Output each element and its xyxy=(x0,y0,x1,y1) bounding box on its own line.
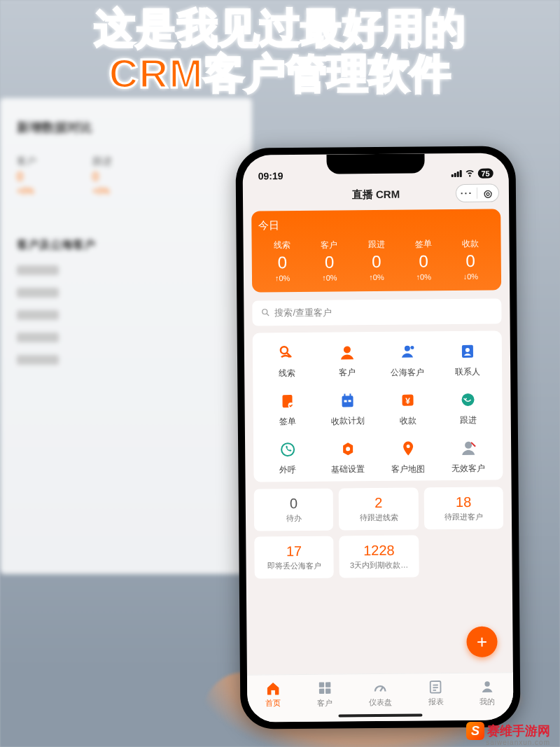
stats-col[interactable]: 签单0↑0% xyxy=(400,238,447,281)
search-icon xyxy=(260,307,270,319)
stats-value: 0 xyxy=(400,251,447,272)
app-payment[interactable]: ¥收款 xyxy=(377,389,438,427)
signal-icon xyxy=(451,170,461,177)
tile-value: 0 xyxy=(290,496,298,512)
app-label: 收款计划 xyxy=(331,415,365,427)
stats-col[interactable]: 收款0↓0% xyxy=(447,238,494,281)
app-plan[interactable]: 收款计划 xyxy=(317,390,377,428)
contract-icon xyxy=(276,391,298,412)
tab-label: 客户 xyxy=(317,698,332,708)
svg-rect-14 xyxy=(349,400,351,402)
summary-tile[interactable]: 17即将丢公海客户 xyxy=(254,536,334,579)
stats-value: 0 xyxy=(306,252,353,272)
app-call[interactable]: 外呼 xyxy=(258,439,318,477)
svg-text:¥: ¥ xyxy=(405,396,410,406)
stats-pct: ↑0% xyxy=(259,274,306,283)
svg-point-33 xyxy=(484,681,489,686)
search-placeholder: 搜索/查重客户 xyxy=(274,307,332,320)
stats-value: 0 xyxy=(353,252,400,272)
tile-value: 18 xyxy=(456,494,471,510)
app-grid: 线索客户公海客户联系人签单收款计划¥收款跟进外呼基础设置客户地图无效客户 xyxy=(253,330,503,482)
backdrop-col-value: 0 xyxy=(92,171,99,183)
stats-label: 线索 xyxy=(259,239,306,252)
tile-label: 待办 xyxy=(286,513,302,524)
tab-report[interactable]: 报表 xyxy=(428,679,443,707)
stats-col[interactable]: 跟进0↑0% xyxy=(353,239,400,282)
stats-label: 客户 xyxy=(306,239,353,251)
stats-label: 签单 xyxy=(400,238,447,251)
tile-label: 3天内到期收款… xyxy=(350,560,408,571)
stats-pct: ↑0% xyxy=(306,273,353,282)
app-contract[interactable]: 签单 xyxy=(257,391,317,428)
app-leads[interactable]: 线索 xyxy=(257,342,317,380)
tab-profile[interactable]: 我的 xyxy=(479,679,495,707)
svg-rect-24 xyxy=(318,682,323,687)
watermark-domain: saiweianxun.com xyxy=(486,739,550,746)
miniapp-capsule[interactable]: ··· ◎ xyxy=(456,183,499,202)
app-invalid[interactable]: 无效客户 xyxy=(438,437,498,475)
summary-tile[interactable]: 12283天内到期收款… xyxy=(340,536,419,578)
svg-point-5 xyxy=(410,346,414,349)
app-label: 客户地图 xyxy=(391,463,425,475)
summary-tile[interactable]: 2待跟进线索 xyxy=(339,488,419,531)
svg-rect-13 xyxy=(344,400,347,402)
svg-point-20 xyxy=(346,447,350,451)
backdrop-col-value: 0 xyxy=(17,171,23,183)
today-stats-card[interactable]: 今日 线索0↑0%客户0↑0%跟进0↑0%签单0↑0%收款0↓0% xyxy=(251,209,501,292)
app-label: 公海客户 xyxy=(391,366,424,378)
backdrop-section1-title: 新增数据对比 xyxy=(17,119,235,136)
call-icon xyxy=(277,439,298,460)
backdrop-col-label: 客户 xyxy=(17,155,36,168)
app-label: 线索 xyxy=(279,368,295,379)
stats-pct: ↑0% xyxy=(400,272,447,281)
stats-col[interactable]: 线索0↑0% xyxy=(259,239,307,283)
pool-icon xyxy=(397,341,418,362)
tile-label: 待跟进线索 xyxy=(359,512,398,523)
search-input[interactable]: 搜索/查重客户 xyxy=(252,298,501,326)
summary-tiles: 0待办2待跟进线索18待跟进客户17即将丢公海客户12283天内到期收款… xyxy=(254,487,504,578)
followup-icon xyxy=(457,389,478,410)
contact-icon xyxy=(457,341,478,362)
app-contact[interactable]: 联系人 xyxy=(438,341,498,379)
svg-point-21 xyxy=(407,445,410,448)
app-label: 跟进 xyxy=(460,414,477,426)
app-label: 收款 xyxy=(400,415,416,427)
svg-rect-11 xyxy=(344,393,345,397)
app-followup[interactable]: 跟进 xyxy=(438,389,498,427)
tab-gauge[interactable]: 仪表盘 xyxy=(369,680,392,708)
svg-point-3 xyxy=(344,346,351,353)
svg-point-2 xyxy=(281,347,288,354)
add-fab[interactable]: + xyxy=(466,627,497,657)
settings-icon xyxy=(337,438,358,459)
app-label: 联系人 xyxy=(455,366,480,378)
app-map[interactable]: 客户地图 xyxy=(378,438,438,475)
capsule-menu-icon[interactable]: ··· xyxy=(456,188,477,199)
app-settings[interactable]: 基础设置 xyxy=(318,438,378,476)
promo-headline: 这是我见过最好用的 CRM客户管理软件 xyxy=(0,6,560,97)
home-icon xyxy=(265,680,281,696)
svg-rect-25 xyxy=(326,682,330,687)
backdrop-col-pct: +0% xyxy=(17,186,34,196)
app-customer[interactable]: 客户 xyxy=(317,342,377,379)
stats-pct: ↓0% xyxy=(447,272,494,281)
svg-rect-26 xyxy=(319,689,324,694)
grid-icon xyxy=(317,680,332,696)
app-pool[interactable]: 公海客户 xyxy=(377,341,438,379)
backdrop-col-label: 跟进 xyxy=(92,155,112,168)
summary-tile[interactable]: 18待跟进客户 xyxy=(424,487,503,529)
profile-icon xyxy=(479,679,495,694)
report-icon xyxy=(428,679,443,694)
capsule-close-icon[interactable]: ◎ xyxy=(477,187,498,198)
battery-level: 75 xyxy=(477,169,493,179)
app-titlebar: 直播 CRM ··· ◎ xyxy=(243,181,509,208)
backdrop-col-pct: +0% xyxy=(92,186,109,196)
stats-col[interactable]: 客户0↑0% xyxy=(306,239,354,282)
tab-home[interactable]: 首页 xyxy=(265,680,281,708)
gauge-icon xyxy=(372,680,388,695)
tab-grid[interactable]: 客户 xyxy=(317,680,332,708)
watermark-logo-icon: S xyxy=(466,722,484,740)
stats-heading: 今日 xyxy=(258,218,493,233)
summary-tile[interactable]: 0待办 xyxy=(254,489,334,531)
svg-rect-10 xyxy=(342,396,353,407)
tile-value: 1228 xyxy=(363,543,395,559)
